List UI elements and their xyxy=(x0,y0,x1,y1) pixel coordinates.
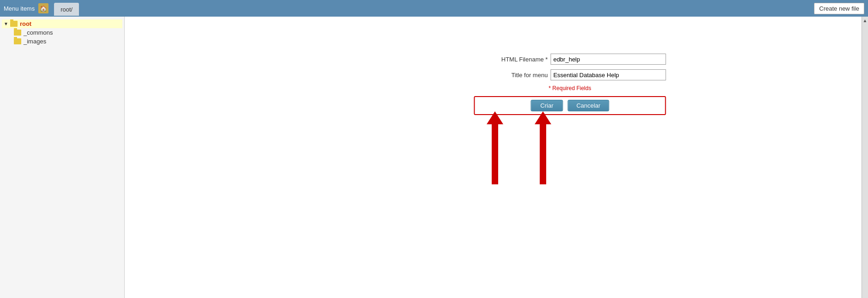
menu-items-label: Menu items xyxy=(4,5,35,12)
arrow-cancelar-head xyxy=(535,111,551,124)
form-area: HTML Filename * Title for menu * Require… xyxy=(474,54,666,115)
html-filename-row: HTML Filename * xyxy=(474,54,666,65)
tree-item-commons[interactable]: _commons xyxy=(12,28,122,37)
arrow-criar-shaft xyxy=(492,124,498,184)
arrow-cancelar xyxy=(535,111,551,184)
folder-icon-images xyxy=(14,38,21,44)
arrow-cancelar-shaft xyxy=(540,124,546,184)
criar-button[interactable]: Criar xyxy=(530,100,563,111)
sidebar: ▼ root _commons _images xyxy=(0,17,125,298)
folder-icon-root xyxy=(10,21,18,27)
tree-label-images: _images xyxy=(24,38,46,45)
scroll-up-arrow[interactable]: ▲ xyxy=(863,18,868,24)
html-filename-label: HTML Filename * xyxy=(474,56,548,63)
folder-icon-commons xyxy=(14,30,21,36)
tree-item-images[interactable]: _images xyxy=(12,37,122,46)
cancelar-button[interactable]: Cancelar xyxy=(567,100,609,111)
layout: ▼ root _commons _images HTML Filename * xyxy=(0,17,868,298)
tree-children: _commons _images xyxy=(12,28,122,46)
home-icon[interactable]: 🏠 xyxy=(38,3,48,13)
arrow-criar xyxy=(487,111,503,184)
html-filename-input[interactable] xyxy=(550,54,666,65)
tree-arrow-root: ▼ xyxy=(4,21,8,26)
right-scrollbar[interactable]: ▲ xyxy=(862,17,868,298)
tree-item-root[interactable]: ▼ root xyxy=(2,19,122,28)
toolbar: Menu items 🏠 root/ Create new file xyxy=(0,0,868,17)
main-content: HTML Filename * Title for menu * Require… xyxy=(125,17,862,298)
tree-label-commons: _commons xyxy=(24,29,53,36)
title-for-menu-label: Title for menu xyxy=(474,72,548,79)
tree-label-root: root xyxy=(20,20,31,27)
title-for-menu-row: Title for menu xyxy=(474,69,666,80)
root-tab[interactable]: root/ xyxy=(54,3,79,16)
title-for-menu-input[interactable] xyxy=(550,69,666,80)
required-fields-text: * Required Fields xyxy=(474,85,666,91)
arrows-annotation xyxy=(487,111,551,184)
create-new-file-button[interactable]: Create new file xyxy=(814,3,864,14)
arrow-criar-head xyxy=(487,111,503,124)
